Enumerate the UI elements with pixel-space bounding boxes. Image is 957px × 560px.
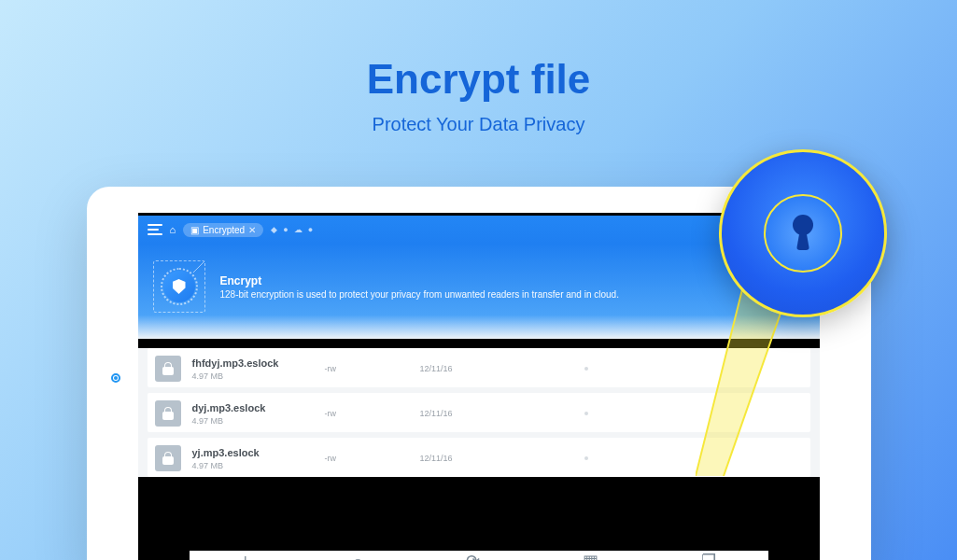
app-screen: ⌂ ▣ Encrypted ✕ ◆ ● ☁ ● Encrypt 128-bit (138, 213, 820, 560)
status-dot (584, 412, 588, 415)
banner-description: 128-bit encryption is used to protect yo… (220, 289, 619, 300)
nav-search-icon[interactable]: ⌕ (353, 553, 363, 561)
nav-icon[interactable]: ● (308, 225, 313, 234)
tablet-camera-dot (111, 373, 120, 383)
banner-title: Encrypt (220, 274, 619, 287)
callout-keyhole (719, 149, 887, 317)
file-size: 4.97 MB (192, 461, 314, 470)
chip-label: Encrypted (203, 225, 245, 235)
file-size: 4.97 MB (192, 371, 314, 381)
encrypt-banner: Encrypt 128-bit encryption is used to pr… (138, 244, 820, 339)
file-size: 4.97 MB (192, 416, 314, 426)
nav-icon[interactable]: ● (283, 225, 288, 234)
list-item[interactable]: dyj.mp3.eslock 4.97 MB -rw 12/11/16 (148, 393, 810, 432)
list-item[interactable]: fhfdyj.mp3.eslock 4.97 MB -rw 12/11/16 (148, 348, 810, 387)
file-date: 12/11/16 (420, 454, 486, 463)
file-list: fhfdyj.mp3.eslock 4.97 MB -rw 12/11/16 d… (138, 348, 820, 477)
status-dot (584, 456, 588, 460)
file-permissions: -rw (325, 364, 409, 373)
file-date: 12/11/16 (420, 409, 486, 418)
nav-icon[interactable]: ◆ (271, 225, 277, 234)
keyhole-icon (792, 215, 814, 252)
file-permissions: -rw (325, 409, 409, 418)
file-name: dyj.mp3.eslock (192, 402, 314, 413)
lock-file-icon (155, 356, 181, 382)
breadcrumb-chip-encrypted[interactable]: ▣ Encrypted ✕ (183, 223, 263, 237)
nav-view-icon[interactable]: ▦ (583, 553, 598, 561)
home-icon[interactable]: ⌂ (170, 224, 176, 235)
banner-file-frame (153, 260, 205, 313)
folder-icon: ▣ (190, 225, 199, 235)
file-name: fhfdyj.mp3.eslock (192, 357, 314, 369)
status-dot (584, 367, 588, 371)
shield-badge (163, 271, 195, 302)
hero-title: Encrypt file (0, 56, 957, 103)
list-item[interactable]: yj.mp3.eslock 4.97 MB -rw 12/11/16 (148, 438, 810, 477)
hero-subtitle: Protect Your Data Privacy (0, 114, 957, 135)
keyhole-ring (764, 194, 842, 273)
nav-windows-icon[interactable]: ❐ (701, 553, 716, 561)
file-name: yj.mp3.eslock (192, 447, 314, 458)
app-toolbar: ⌂ ▣ Encrypted ✕ ◆ ● ☁ ● (138, 216, 820, 244)
lock-file-icon (155, 445, 181, 471)
bottom-nav: + ⌕ ⟳ ▦ ❐ (190, 551, 768, 560)
file-date: 12/11/16 (420, 364, 486, 373)
toolbar-quick-icons: ◆ ● ☁ ● (271, 225, 313, 234)
nav-icon[interactable]: ☁ (294, 225, 303, 234)
lock-file-icon (155, 400, 181, 427)
nav-refresh-icon[interactable]: ⟳ (466, 553, 480, 561)
close-icon[interactable]: ✕ (248, 225, 256, 235)
menu-icon[interactable] (148, 224, 162, 235)
file-permissions: -rw (325, 454, 409, 463)
nav-add-icon[interactable]: + (241, 553, 251, 561)
shield-icon (173, 279, 186, 294)
